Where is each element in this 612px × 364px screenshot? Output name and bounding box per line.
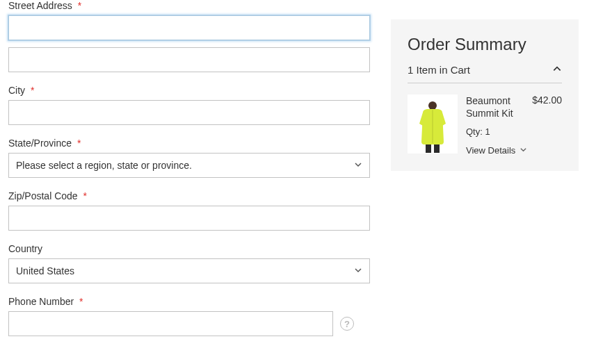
- view-details-toggle[interactable]: View Details: [466, 145, 562, 156]
- svg-rect-4: [434, 144, 440, 153]
- required-marker: *: [79, 296, 83, 307]
- street-address-input-1[interactable]: [8, 15, 370, 40]
- chevron-down-icon: [354, 160, 362, 171]
- item-price: $42.00: [532, 94, 562, 119]
- chevron-down-icon: [354, 265, 362, 276]
- product-thumbnail: [408, 94, 458, 154]
- state-select[interactable]: Please select a region, state or provinc…: [8, 153, 370, 178]
- required-marker: *: [78, 0, 81, 11]
- order-summary-title: Order Summary: [408, 35, 562, 54]
- required-marker: *: [31, 85, 34, 96]
- country-label: Country: [8, 243, 370, 254]
- help-icon[interactable]: ?: [340, 317, 354, 331]
- zip-label: Zip/Postal Code *: [8, 190, 370, 201]
- svg-rect-3: [426, 144, 431, 153]
- chevron-up-icon: [552, 64, 562, 76]
- cart-count-text: 1 Item in Cart: [408, 64, 470, 76]
- required-marker: *: [77, 138, 81, 149]
- svg-point-1: [428, 101, 437, 110]
- phone-label: Phone Number *: [8, 296, 370, 307]
- city-label: City *: [8, 85, 370, 96]
- item-name: Beaumont Summit Kit: [466, 94, 526, 119]
- street-address-label: Street Address *: [8, 0, 370, 11]
- order-summary: Order Summary 1 Item in Cart: [391, 19, 579, 171]
- phone-input[interactable]: [8, 311, 333, 336]
- cart-item: Beaumont Summit Kit $42.00 Qty: 1 View D…: [408, 94, 562, 156]
- required-marker: *: [83, 190, 87, 201]
- cart-toggle[interactable]: 1 Item in Cart: [408, 64, 562, 83]
- street-address-input-2[interactable]: [8, 47, 370, 72]
- item-qty: Qty: 1: [466, 126, 562, 137]
- chevron-down-icon: [520, 145, 527, 156]
- country-select[interactable]: United States: [8, 258, 370, 283]
- state-label: State/Province *: [8, 138, 370, 149]
- zip-input[interactable]: [8, 206, 370, 231]
- city-input[interactable]: [8, 100, 370, 125]
